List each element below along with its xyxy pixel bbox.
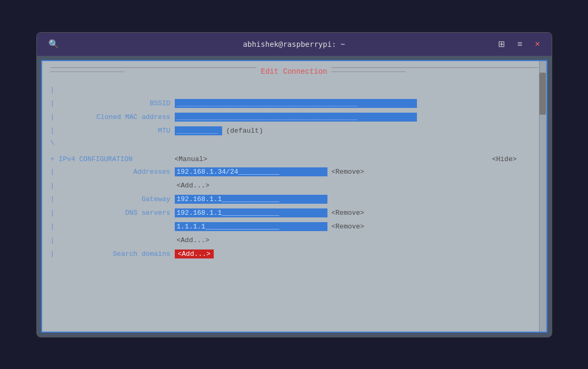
- gateway-input[interactable]: 192.168.1.1______________: [175, 195, 327, 204]
- ipv4-section-label: IPv4 CONFIGURATION: [59, 155, 175, 163]
- search-domains-row: | Search domains <Add...>: [51, 248, 527, 260]
- mtu-input[interactable]: __________: [175, 126, 222, 135]
- dns-add-btn[interactable]: <Add...>: [177, 236, 210, 244]
- terminal-window: 🔍 abhishek@raspberrypi: ~ ⊞ ≡ × ────────…: [36, 32, 552, 337]
- bssid-label: BSSID: [59, 99, 175, 107]
- addresses-row: | Addresses 192.168.1.34/24__________ <R…: [51, 166, 527, 178]
- addresses-label: Addresses: [59, 168, 175, 176]
- dns-input-2[interactable]: 1.1.1.1__________________: [175, 222, 327, 231]
- ipv4-mode[interactable]: <Manual>: [175, 155, 207, 163]
- pipe-dns2: |: [51, 223, 59, 231]
- pipe-add-addr: |: [51, 182, 59, 190]
- backslash-row: \: [51, 139, 527, 147]
- dialog-title: Edit Connection: [261, 67, 327, 76]
- search-button[interactable]: 🔍: [45, 37, 62, 51]
- search-icon: 🔍: [48, 39, 59, 48]
- close-button[interactable]: ×: [532, 37, 543, 51]
- dns-row-1: | DNS servers 192.168.1.1______________ …: [51, 207, 527, 219]
- cloned-mac-input[interactable]: ________________________________________…: [175, 113, 417, 122]
- bssid-row: | BSSID ________________________________…: [51, 98, 527, 109]
- dns-remove-btn-2[interactable]: <Remove>: [332, 223, 364, 231]
- pipe-addr: |: [51, 168, 59, 176]
- address-input[interactable]: 192.168.1.34/24__________: [175, 167, 327, 176]
- terminal-content: ────────────────── Edit Connection ─────…: [41, 60, 547, 333]
- dialog-title-bar: ────────────────── Edit Connection ─────…: [51, 67, 538, 76]
- mtu-default-text: (default): [226, 127, 263, 135]
- close-icon: ×: [535, 39, 540, 48]
- add-address-row: | <Add...>: [51, 180, 527, 192]
- pipe-search: |: [51, 250, 59, 258]
- scrollbar[interactable]: [539, 61, 546, 332]
- titlebar-controls: ⊞ ≡ ×: [495, 37, 543, 51]
- pipe-mtu: |: [51, 127, 59, 135]
- gateway-label: Gateway: [59, 195, 175, 203]
- bssid-input[interactable]: ________________________________________…: [175, 99, 417, 108]
- address-remove-btn[interactable]: <Remove>: [332, 168, 364, 176]
- empty-row-1: |: [51, 84, 527, 96]
- backslash-symbol: \: [51, 139, 55, 147]
- pipe-1: |: [51, 86, 59, 94]
- dns-remove-btn-1[interactable]: <Remove>: [332, 209, 364, 217]
- pipe-cloned: |: [51, 113, 59, 121]
- menu-button[interactable]: ≡: [514, 37, 525, 51]
- search-domains-add-btn[interactable]: <Add...>: [175, 250, 214, 258]
- titlebar: 🔍 abhishek@raspberrypi: ~ ⊞ ≡ ×: [37, 33, 552, 56]
- menu-icon: ≡: [517, 39, 522, 48]
- pipe-gw: |: [51, 195, 59, 203]
- dns-row-2: | 1.1.1.1__________________ <Remove>: [51, 221, 527, 233]
- ipv4-section-row: + IPv4 CONFIGURATION <Manual> <Hide>: [51, 155, 527, 163]
- ipv4-hide-btn[interactable]: <Hide>: [492, 155, 527, 163]
- dns-input-1[interactable]: 192.168.1.1______________: [175, 208, 327, 217]
- scrollbar-thumb[interactable]: [540, 73, 546, 115]
- pipe-dns1: |: [51, 209, 59, 217]
- titlebar-left: 🔍: [45, 37, 62, 51]
- new-tab-button[interactable]: ⊞: [495, 37, 508, 51]
- form-content: | | BSSID ______________________________…: [51, 84, 538, 260]
- cloned-mac-row: | Cloned MAC address ___________________…: [51, 112, 527, 123]
- mtu-field-group: __________ (default): [175, 126, 263, 135]
- cloned-mac-label: Cloned MAC address: [59, 113, 175, 121]
- terminal-body: ────────────────── Edit Connection ─────…: [37, 56, 552, 337]
- window-title: abhishek@raspberrypi: ~: [243, 40, 345, 48]
- pipe-dns-add: |: [51, 236, 59, 244]
- title-dash-left: ──────────────────: [51, 67, 257, 76]
- add-address-btn[interactable]: <Add...>: [177, 182, 210, 190]
- pipe-bssid: |: [51, 99, 59, 107]
- mtu-row: | MTU __________ (default): [51, 125, 527, 137]
- mtu-label: MTU: [59, 127, 175, 135]
- section-plus: +: [51, 155, 59, 163]
- dns-label: DNS servers: [59, 209, 175, 217]
- new-tab-icon: ⊞: [498, 39, 505, 48]
- gateway-row: | Gateway 192.168.1.1______________: [51, 194, 527, 205]
- dns-add-row: | <Add...>: [51, 235, 527, 246]
- title-dash-right: ──────────────────: [332, 67, 538, 76]
- search-domains-label: Search domains: [59, 250, 175, 258]
